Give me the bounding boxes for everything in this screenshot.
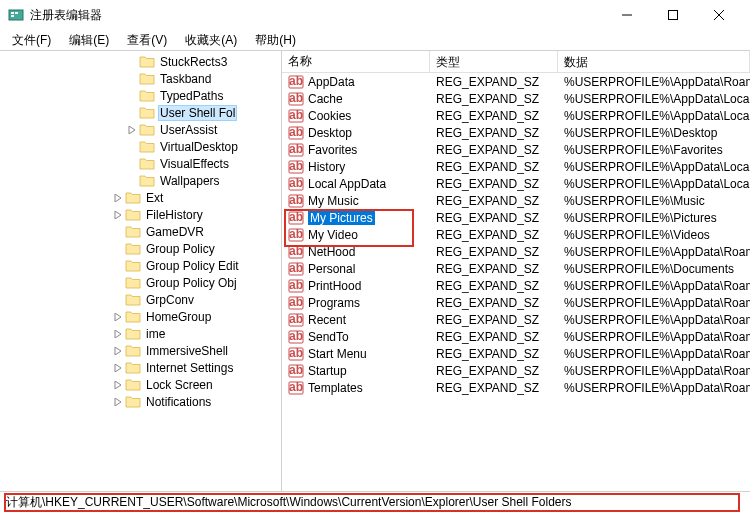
value-type: REG_EXPAND_SZ (430, 126, 558, 140)
tree-item[interactable]: FileHistory (0, 206, 281, 223)
value-type: REG_EXPAND_SZ (430, 160, 558, 174)
folder-icon (139, 89, 155, 103)
tree-item[interactable]: Ext (0, 189, 281, 206)
list-row[interactable]: abAppDataREG_EXPAND_SZ%USERPROFILE%\AppD… (282, 73, 750, 90)
tree-item-label: Wallpapers (158, 174, 222, 188)
svg-text:ab: ab (289, 363, 303, 377)
expand-icon[interactable] (112, 364, 124, 372)
tree-item[interactable]: ime (0, 325, 281, 342)
list-row[interactable]: abMy MusicREG_EXPAND_SZ%USERPROFILE%\Mus… (282, 192, 750, 209)
menu-help[interactable]: 帮助(H) (247, 30, 304, 51)
list-row[interactable]: abNetHoodREG_EXPAND_SZ%USERPROFILE%\AppD… (282, 243, 750, 260)
expand-icon[interactable] (112, 211, 124, 219)
tree-item[interactable]: Notifications (0, 393, 281, 410)
value-name: My Pictures (308, 211, 375, 225)
value-type: REG_EXPAND_SZ (430, 143, 558, 157)
menu-favorites[interactable]: 收藏夹(A) (177, 30, 245, 51)
folder-icon (125, 344, 141, 358)
value-data: %USERPROFILE%\AppData\Roamin (558, 313, 750, 327)
expand-icon[interactable] (112, 330, 124, 338)
status-bar: 计算机\HKEY_CURRENT_USER\Software\Microsoft… (0, 491, 750, 513)
value-type: REG_EXPAND_SZ (430, 194, 558, 208)
folder-icon (125, 378, 141, 392)
expand-icon[interactable] (112, 313, 124, 321)
tree-item-label: UserAssist (158, 123, 219, 137)
tree-item[interactable]: GrpConv (0, 291, 281, 308)
value-name: Personal (308, 262, 355, 276)
expand-icon[interactable] (112, 347, 124, 355)
list-row[interactable]: abHistoryREG_EXPAND_SZ%USERPROFILE%\AppD… (282, 158, 750, 175)
string-value-icon: ab (288, 125, 304, 141)
tree-item[interactable]: TypedPaths (0, 87, 281, 104)
tree-item[interactable]: GameDVR (0, 223, 281, 240)
col-header-name[interactable]: 名称 (282, 51, 430, 72)
list-row[interactable]: abFavoritesREG_EXPAND_SZ%USERPROFILE%\Fa… (282, 141, 750, 158)
string-value-icon: ab (288, 278, 304, 294)
tree-item[interactable]: Group Policy Edit (0, 257, 281, 274)
list-pane[interactable]: 名称 类型 数据 abAppDataREG_EXPAND_SZ%USERPROF… (282, 51, 750, 491)
expand-icon[interactable] (112, 194, 124, 202)
list-row[interactable]: abProgramsREG_EXPAND_SZ%USERPROFILE%\App… (282, 294, 750, 311)
value-name: Startup (308, 364, 347, 378)
list-row[interactable]: abMy VideoREG_EXPAND_SZ%USERPROFILE%\Vid… (282, 226, 750, 243)
tree-item[interactable]: UserAssist (0, 121, 281, 138)
tree-item[interactable]: Group Policy Obj (0, 274, 281, 291)
tree-item[interactable]: ImmersiveShell (0, 342, 281, 359)
tree-item[interactable]: User Shell Fol (0, 104, 281, 121)
string-value-icon: ab (288, 227, 304, 243)
tree-item[interactable]: Internet Settings (0, 359, 281, 376)
list-row[interactable]: abCookiesREG_EXPAND_SZ%USERPROFILE%\AppD… (282, 107, 750, 124)
tree-item[interactable]: HomeGroup (0, 308, 281, 325)
menu-file[interactable]: 文件(F) (4, 30, 59, 51)
value-data: %USERPROFILE%\AppData\Roamin (558, 279, 750, 293)
tree-item-label: Internet Settings (144, 361, 235, 375)
value-type: REG_EXPAND_SZ (430, 75, 558, 89)
folder-icon (125, 310, 141, 324)
list-row[interactable]: abDesktopREG_EXPAND_SZ%USERPROFILE%\Desk… (282, 124, 750, 141)
tree-item[interactable]: StuckRects3 (0, 53, 281, 70)
list-row[interactable]: abMy PicturesREG_EXPAND_SZ%USERPROFILE%\… (282, 209, 750, 226)
col-header-type[interactable]: 类型 (430, 51, 558, 72)
value-name: Desktop (308, 126, 352, 140)
tree-item[interactable]: Wallpapers (0, 172, 281, 189)
folder-icon (139, 157, 155, 171)
list-row[interactable]: abPrintHoodREG_EXPAND_SZ%USERPROFILE%\Ap… (282, 277, 750, 294)
string-value-icon: ab (288, 363, 304, 379)
tree-pane[interactable]: StuckRects3TaskbandTypedPathsUser Shell … (0, 51, 282, 491)
status-path: 计算机\HKEY_CURRENT_USER\Software\Microsoft… (6, 494, 572, 511)
tree-item-label: ImmersiveShell (144, 344, 230, 358)
folder-icon (125, 361, 141, 375)
tree-item-label: Group Policy Edit (144, 259, 241, 273)
menu-edit[interactable]: 编辑(E) (61, 30, 117, 51)
list-row[interactable]: abLocal AppDataREG_EXPAND_SZ%USERPROFILE… (282, 175, 750, 192)
tree-item[interactable]: Taskband (0, 70, 281, 87)
menu-view[interactable]: 查看(V) (119, 30, 175, 51)
value-data: %USERPROFILE%\AppData\Local\N (558, 92, 750, 106)
value-data: %USERPROFILE%\AppData\Roamin (558, 296, 750, 310)
col-header-data[interactable]: 数据 (558, 51, 750, 72)
tree-item[interactable]: Group Policy (0, 240, 281, 257)
list-row[interactable]: abRecentREG_EXPAND_SZ%USERPROFILE%\AppDa… (282, 311, 750, 328)
tree-item[interactable]: VisualEffects (0, 155, 281, 172)
expand-icon[interactable] (112, 381, 124, 389)
list-row[interactable]: abSendToREG_EXPAND_SZ%USERPROFILE%\AppDa… (282, 328, 750, 345)
value-name: NetHood (308, 245, 355, 259)
value-data: %USERPROFILE%\Documents (558, 262, 750, 276)
tree-item[interactable]: VirtualDesktop (0, 138, 281, 155)
list-row[interactable]: abTemplatesREG_EXPAND_SZ%USERPROFILE%\Ap… (282, 379, 750, 396)
list-row[interactable]: abStartupREG_EXPAND_SZ%USERPROFILE%\AppD… (282, 362, 750, 379)
app-icon (8, 7, 24, 23)
list-row[interactable]: abCacheREG_EXPAND_SZ%USERPROFILE%\AppDat… (282, 90, 750, 107)
maximize-button[interactable] (650, 0, 696, 30)
tree-item[interactable]: Lock Screen (0, 376, 281, 393)
close-button[interactable] (696, 0, 742, 30)
list-row[interactable]: abStart MenuREG_EXPAND_SZ%USERPROFILE%\A… (282, 345, 750, 362)
tree-item-label: StuckRects3 (158, 55, 229, 69)
list-row[interactable]: abPersonalREG_EXPAND_SZ%USERPROFILE%\Doc… (282, 260, 750, 277)
svg-text:ab: ab (289, 125, 303, 139)
string-value-icon: ab (288, 380, 304, 396)
expand-icon[interactable] (126, 126, 138, 134)
expand-icon[interactable] (112, 398, 124, 406)
value-data: %USERPROFILE%\AppData\Roamin (558, 381, 750, 395)
minimize-button[interactable] (604, 0, 650, 30)
